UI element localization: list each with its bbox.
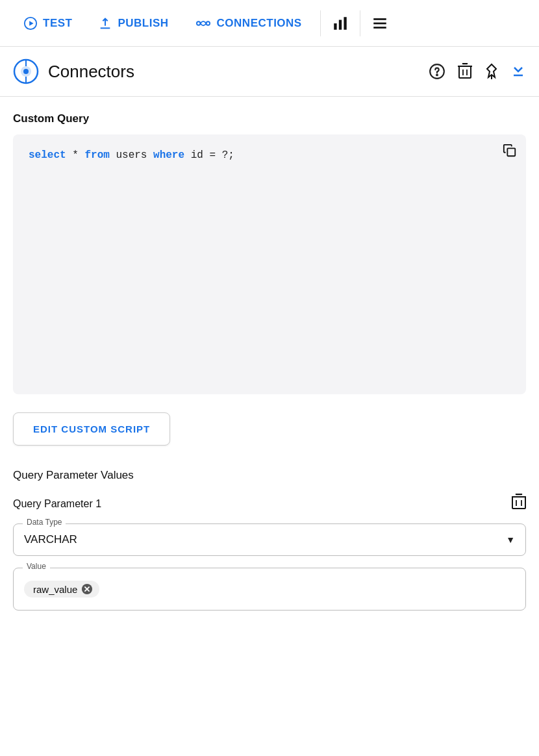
code-from-keyword: from [84, 149, 109, 161]
close-circle-icon [81, 583, 93, 595]
svg-rect-8 [344, 17, 346, 30]
data-type-value: VARCHAR [24, 533, 77, 546]
collapse-button[interactable] [510, 64, 526, 79]
header-actions [429, 63, 526, 80]
code-where-keyword: where [153, 149, 184, 161]
chevron-down-icon: ▼ [506, 535, 515, 545]
code-star: * [66, 149, 85, 161]
pin-icon [484, 63, 499, 80]
nav-divider-2 [360, 10, 360, 36]
code-select-keyword: select [29, 149, 66, 161]
analytics-icon-btn[interactable] [326, 9, 355, 38]
code-condition: id = ?; [184, 149, 234, 161]
help-button[interactable] [429, 63, 445, 80]
trash-icon [457, 63, 473, 80]
query-parameter-label: Query Parameter 1 [13, 498, 101, 510]
code-block: select * from users where id = ?; [13, 134, 526, 394]
query-parameter-values-section: Query Parameter Values Query Parameter 1… [13, 469, 526, 611]
svg-point-5 [206, 21, 210, 25]
edit-custom-script-button[interactable]: EDIT CUSTOM SCRIPT [13, 412, 170, 446]
top-navigation: TEST PUBLISH CONNECTIONS [0, 0, 539, 47]
svg-marker-1 [29, 21, 33, 25]
publish-label: PUBLISH [118, 17, 168, 30]
value-field[interactable]: Value raw_value [13, 568, 526, 611]
data-type-field[interactable]: Data Type VARCHAR ▼ [13, 523, 526, 556]
value-chip: raw_value [24, 581, 99, 598]
trash-icon-param [512, 494, 526, 510]
value-legend: Value [23, 562, 50, 571]
help-icon [429, 63, 445, 80]
chip-remove-button[interactable] [81, 583, 93, 595]
nav-divider [320, 10, 321, 36]
data-type-legend: Data Type [23, 518, 66, 527]
publish-icon [98, 16, 112, 31]
copy-icon [503, 144, 517, 158]
connections-label: CONNECTIONS [217, 17, 302, 30]
query-parameter-delete-button[interactable] [512, 494, 526, 514]
publish-nav-item[interactable]: PUBLISH [85, 0, 181, 46]
main-content: Custom Query select * from users where i… [0, 97, 539, 638]
connections-icon [195, 16, 212, 31]
svg-rect-7 [339, 19, 342, 29]
data-type-select[interactable]: VARCHAR ▼ [24, 533, 515, 546]
delete-button[interactable] [457, 63, 473, 80]
collapse-icon [510, 64, 526, 79]
value-chip-container: raw_value [24, 577, 515, 601]
svg-rect-26 [507, 148, 515, 156]
play-icon [23, 16, 38, 31]
chip-label: raw_value [33, 584, 77, 595]
query-parameter-row: Query Parameter 1 [13, 494, 526, 514]
chart-icon [332, 15, 349, 32]
test-label: TEST [43, 17, 72, 30]
svg-point-4 [196, 21, 200, 25]
hamburger-icon [371, 15, 388, 32]
svg-point-14 [23, 69, 29, 74]
page-title: Connectors [48, 62, 429, 82]
query-parameter-values-title: Query Parameter Values [13, 469, 526, 482]
svg-rect-6 [334, 23, 336, 30]
custom-query-label: Custom Query [13, 112, 526, 125]
svg-rect-19 [459, 66, 471, 78]
menu-icon-btn[interactable] [366, 9, 394, 38]
pin-button[interactable] [484, 63, 499, 80]
connections-nav-item[interactable]: CONNECTIONS [182, 0, 315, 46]
connector-icon [13, 58, 39, 84]
svg-rect-27 [512, 497, 525, 509]
page-header: Connectors [0, 47, 539, 97]
custom-query-section: Custom Query select * from users where i… [13, 112, 526, 394]
test-nav-item[interactable]: TEST [10, 0, 85, 46]
code-users: users [110, 149, 153, 161]
copy-button[interactable] [503, 144, 517, 165]
svg-point-18 [436, 75, 438, 76]
